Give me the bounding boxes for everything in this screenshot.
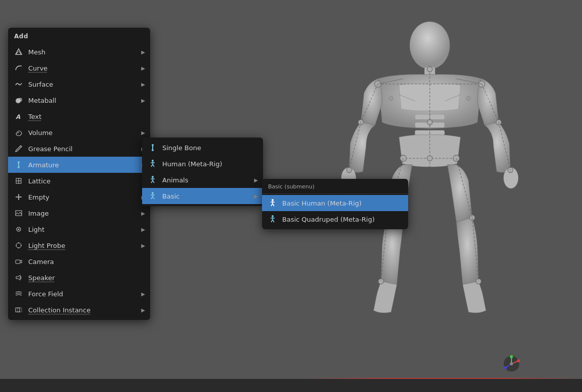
curve-label: Curve [28, 64, 141, 72]
svg-point-29 [467, 96, 471, 100]
basic-icon [147, 190, 158, 202]
svg-point-11 [427, 67, 433, 72]
force-field-icon [13, 288, 24, 299]
menu-item-armature[interactable]: Armature [8, 157, 150, 173]
basic-quadruped-label: Basic Quadruped (Meta-Rig) [282, 216, 403, 223]
text-icon: A [13, 111, 24, 122]
menu-item-image[interactable]: Image [8, 205, 150, 221]
menu-item-human-meta-rig[interactable]: Human (Meta-Rig) [142, 156, 263, 172]
menu-item-volume[interactable]: Volume [8, 124, 150, 141]
collection-instance-icon [13, 304, 24, 315]
svg-point-17 [453, 155, 460, 162]
surface-arrow [141, 82, 145, 87]
svg-point-28 [389, 96, 393, 100]
menu-item-basic[interactable]: Basic [142, 188, 263, 204]
menu-item-mesh[interactable]: Mesh [8, 44, 150, 60]
grease-pencil-icon [13, 143, 24, 154]
menu-item-force-field[interactable]: Force Field [8, 286, 150, 302]
svg-point-46 [504, 366, 507, 369]
svg-point-0 [410, 22, 450, 70]
empty-label: Empty [28, 193, 141, 201]
nav-gizmo[interactable] [501, 354, 522, 374]
svg-marker-71 [16, 275, 20, 280]
basic-quadruped-icon [267, 214, 278, 225]
svg-rect-70 [16, 260, 20, 264]
menu-item-camera[interactable]: Camera [8, 253, 150, 270]
basic-human-label: Basic Human (Meta-Rig) [282, 200, 403, 207]
svg-point-45 [510, 355, 513, 358]
menu-item-animals[interactable]: Animals [142, 172, 263, 188]
menu-item-lattice[interactable]: Lattice [8, 173, 150, 189]
metaball-icon [13, 95, 24, 106]
menu-item-basic-human[interactable]: Basic Human (Meta-Rig) [262, 195, 408, 211]
menu-item-surface[interactable]: Surface [8, 76, 150, 92]
light-label: Light [28, 226, 141, 233]
metaball-arrow [141, 98, 145, 103]
force-field-label: Force Field [28, 290, 141, 298]
collection-instance-label: Collection Instance [28, 306, 141, 314]
light-probe-label: Light Probe [28, 242, 141, 249]
menu-item-metaball[interactable]: Metaball [8, 92, 150, 108]
svg-point-76 [152, 149, 154, 151]
lattice-label: Lattice [28, 177, 145, 185]
menu-item-curve[interactable]: Curve [8, 60, 150, 76]
light-arrow [141, 227, 145, 232]
svg-point-21 [508, 167, 513, 173]
svg-line-85 [151, 180, 153, 183]
menu-item-collection-instance[interactable]: Collection Instance [8, 302, 150, 318]
add-menu: Add Mesh Curve Surface Metaball A [8, 28, 150, 320]
svg-line-90 [151, 197, 153, 199]
surface-label: Surface [28, 81, 141, 88]
single-bone-label: Single Bone [162, 144, 258, 152]
armature-icon [13, 159, 24, 170]
text-label: Text [28, 113, 145, 120]
grease-pencil-label: Grease Pencil [28, 145, 141, 153]
svg-line-100 [271, 220, 273, 222]
speaker-icon [13, 272, 24, 283]
speaker-label: Speaker [28, 274, 145, 282]
image-label: Image [28, 210, 141, 217]
svg-line-91 [153, 197, 154, 199]
viewport-bottom-bar [0, 379, 582, 392]
menu-item-speaker[interactable]: Speaker [8, 270, 150, 286]
surface-icon [13, 79, 24, 90]
menu-item-empty[interactable]: Empty [8, 189, 150, 205]
camera-icon [13, 256, 24, 267]
svg-text:A: A [16, 113, 21, 120]
basic-submenu: Basic (submenu) Basic Human (Meta-Rig) B… [262, 179, 408, 229]
menu-item-light-probe[interactable]: Light Probe [8, 237, 150, 253]
svg-point-44 [517, 359, 520, 362]
volume-icon [13, 127, 24, 138]
menu-item-basic-quadruped[interactable]: Basic Quadruped (Meta-Rig) [262, 211, 408, 227]
svg-point-87 [152, 192, 154, 194]
animals-icon [147, 174, 158, 185]
lattice-icon [13, 175, 24, 186]
human-meta-rig-icon [147, 158, 158, 169]
svg-point-92 [272, 199, 274, 201]
basic-submenu-title: Basic (submenu) [262, 181, 408, 194]
svg-point-65 [16, 243, 21, 248]
svg-point-14 [427, 119, 433, 125]
light-icon [13, 224, 24, 235]
menu-item-single-bone[interactable]: Single Bone [142, 140, 263, 156]
mesh-arrow [141, 49, 145, 55]
animals-label: Animals [162, 176, 254, 184]
basic-arrow [254, 193, 258, 199]
menu-item-grease-pencil[interactable]: Grease Pencil [8, 141, 150, 157]
menu-item-text[interactable]: A Text [8, 108, 150, 124]
menu-item-light[interactable]: Light [8, 221, 150, 237]
svg-line-95 [271, 204, 273, 206]
collection-instance-arrow [141, 307, 145, 313]
basic-label: Basic [162, 192, 254, 200]
curve-arrow [141, 66, 145, 71]
armature-submenu: Single Bone Human (Meta-Rig) Animals Bas… [142, 138, 263, 206]
mesh-label: Mesh [28, 48, 141, 56]
volume-arrow [141, 130, 145, 136]
svg-line-101 [273, 220, 274, 222]
svg-point-82 [152, 176, 154, 178]
svg-point-15 [427, 156, 433, 161]
svg-line-81 [153, 164, 154, 167]
armature-label: Armature [28, 161, 141, 169]
svg-point-97 [272, 215, 274, 217]
svg-point-74 [152, 144, 154, 146]
